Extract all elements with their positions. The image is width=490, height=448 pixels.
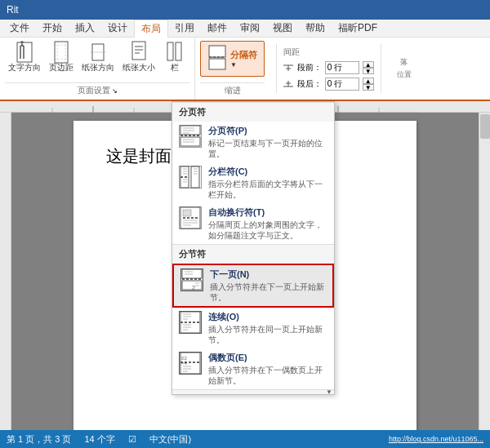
text-direction-label: 文字方向: [8, 62, 41, 73]
menu-help[interactable]: 帮助: [299, 20, 332, 37]
even-page-text: 偶数页(E) 插入分节符并在下一偶数页上开始新节。: [208, 352, 327, 386]
svg-rect-29: [180, 137, 200, 146]
page-break-section-title: 分页符: [172, 102, 334, 122]
spacing-before-down[interactable]: ▼: [363, 68, 374, 74]
col-break-text: 分栏符(C) 指示分栏符后面的文字将从下一栏开始。: [208, 166, 327, 200]
next-page-text: 下一页(N) 插入分节符并在下一页上开始新节。: [210, 268, 326, 303]
svg-rect-18: [209, 46, 225, 57]
menu-review[interactable]: 审阅: [234, 20, 266, 37]
next-page-icon: 2: [180, 268, 203, 291]
continuous-desc: 插入分节符并在同一页上开始新节。: [208, 324, 327, 345]
columns-label: 栏: [171, 62, 179, 73]
menu-insert[interactable]: 插入: [69, 20, 101, 37]
status-page: 第 1 页，共 3 页: [7, 433, 71, 446]
even-page-icon: ≡2 =4: [179, 352, 202, 375]
columns-button[interactable]: 栏: [160, 41, 189, 75]
spacing-after-down[interactable]: ▼: [363, 84, 374, 91]
menu-design[interactable]: 设计: [101, 20, 134, 37]
dropdown-item-auto-break[interactable]: 自动换行符(T) 分隔周页上的对象周围的文字，如分隔题注文字与正文。: [172, 203, 334, 244]
page-break-icon: [179, 125, 202, 148]
page-break-desc: 标记一页结束与下一页开始的位置。: [208, 138, 327, 159]
next-page-desc: 插入分节符并在下一页上开始新节。: [210, 282, 326, 303]
status-link: http://blog.csdn.net/u11065...: [389, 435, 483, 443]
col-break-title: 分栏符(C): [208, 166, 327, 178]
status-right: http://blog.csdn.net/u11065...: [389, 435, 483, 443]
auto-break-desc: 分隔周页上的对象周围的文字，如分隔题注文字与正文。: [208, 220, 327, 241]
orientation-button[interactable]: 纸张方向: [78, 41, 118, 75]
menu-home[interactable]: 开始: [36, 20, 69, 37]
paper-size-icon: [129, 42, 149, 62]
text-direction-icon: [15, 42, 34, 62]
svg-rect-52: [182, 269, 202, 278]
breaks-dropdown-menu: 分页符 分页符(P) 标记一页结束与下一页开始的位置。: [172, 101, 335, 395]
menu-foxit[interactable]: 福昕PDF: [332, 20, 384, 37]
ribbon-buttons: 文字方向 页边距: [5, 41, 189, 75]
auto-break-text: 自动换行符(T) 分隔周页上的对象周围的文字，如分隔题注文字与正文。: [208, 206, 327, 241]
ribbon-spacing-area: 间距 段前： 0 行 ▲ ▼: [270, 38, 490, 100]
svg-rect-17: [176, 42, 181, 60]
menu-mail[interactable]: 邮件: [201, 20, 234, 37]
svg-rect-20: [209, 59, 225, 69]
auto-break-title: 自动换行符(T): [208, 206, 327, 219]
indent-label: 缩进: [225, 85, 241, 96]
menu-view[interactable]: 视图: [266, 20, 299, 37]
orientation-label: 纸张方向: [82, 62, 114, 73]
spacing-after-label: 段后：: [283, 78, 322, 90]
arrange-placeholder: 落: [400, 57, 408, 68]
breaks-icon: [207, 45, 227, 73]
ribbon-group-page-setup: 文字方向 页边距: [0, 38, 195, 100]
spacing-before-row: 段前： 0 行 ▲ ▼: [283, 61, 374, 74]
breaks-dropdown-arrow: ▼: [230, 61, 237, 69]
menu-layout[interactable]: 布局: [134, 20, 168, 38]
scroll-bar[interactable]: [479, 113, 490, 448]
dropdown-item-continuous[interactable]: 连续(O) 插入分节符并在同一页上开始新节。: [172, 308, 334, 348]
paper-size-label: 纸张大小: [122, 62, 155, 73]
orientation-icon: [88, 42, 108, 62]
even-page-desc: 插入分节符并在下一偶数页上开始新节。: [208, 365, 327, 386]
svg-rect-12: [132, 42, 145, 60]
col-break-icon: [179, 166, 202, 189]
spacing-before-input[interactable]: 0 行: [325, 61, 359, 74]
continuous-title: 连续(O): [208, 311, 327, 323]
svg-rect-47: [183, 210, 191, 216]
ruler-side: [0, 113, 11, 448]
page-setup-group-label: 页面设置: [78, 85, 110, 96]
menu-file[interactable]: 文件: [3, 20, 36, 37]
dropdown-scroll-indicator: ▼: [326, 388, 332, 396]
col-break-desc: 指示分栏符后面的文字将从下一栏开始。: [208, 179, 327, 200]
spacing-after-input[interactable]: 0 行: [325, 78, 359, 91]
margins-button[interactable]: 页边距: [46, 41, 77, 75]
spacing-after-spinners: ▲ ▼: [363, 78, 374, 91]
spacing-before-label: 段前：: [283, 62, 322, 73]
page-setup-expand-icon[interactable]: ↘: [112, 87, 118, 95]
menu-references[interactable]: 引用: [168, 20, 201, 37]
dropdown-item-col-break[interactable]: 分栏符(C) 指示分栏符后面的文字将从下一栏开始。: [172, 162, 334, 203]
section-break-section-title: 分节符: [172, 244, 334, 264]
status-chars: 14 个字: [84, 433, 114, 446]
svg-rect-36: [191, 166, 199, 188]
svg-marker-4: [20, 41, 24, 42]
ribbon: 文字方向 页边距: [0, 38, 490, 101]
paper-size-button[interactable]: 纸张大小: [119, 41, 158, 75]
status-bar: 第 1 页，共 3 页 14 个字 ☑ 中文(中国) http://blog.c…: [0, 430, 490, 448]
svg-rect-0: [17, 42, 32, 62]
dropdown-item-next-page[interactable]: 2 下一页(N) 插入分节符并在下一页上开始新节。: [172, 264, 334, 308]
svg-rect-16: [167, 42, 173, 60]
page-break-text: 分页符(P) 标记一页结束与下一页开始的位置。: [208, 125, 327, 159]
dropdown-item-page-break[interactable]: 分页符(P) 标记一页结束与下一页开始的位置。: [172, 122, 334, 162]
margins-label: 页边距: [49, 62, 74, 73]
continuous-text: 连续(O) 插入分节符并在同一页上开始新节。: [208, 311, 327, 345]
svg-text:2: 2: [192, 285, 195, 291]
breaks-group: 分隔符 ▼ 缩进: [195, 38, 270, 100]
text-direction-button[interactable]: 文字方向: [5, 41, 44, 75]
scroll-thumb[interactable]: [480, 114, 490, 139]
breaks-button[interactable]: 分隔符 ▼: [200, 41, 265, 77]
svg-text:=4: =4: [181, 361, 188, 366]
even-page-title: 偶数页(E): [208, 352, 327, 364]
spacing-before-spinners: ▲ ▼: [363, 61, 374, 74]
spacing-after-row: 段后： 0 行 ▲ ▼: [283, 78, 374, 91]
dropdown-item-even-page[interactable]: ≡2 =4 偶数页(E) 插入分节符并在下一偶数页上开始新节。: [172, 348, 334, 389]
position-label: 位置: [397, 69, 412, 80]
title-bar: Rit: [0, 0, 490, 20]
breaks-label: 分隔符: [230, 49, 257, 61]
